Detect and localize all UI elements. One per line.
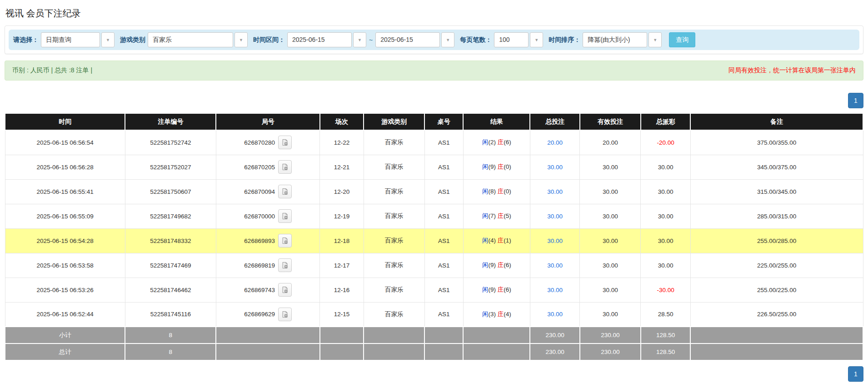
game-type-select[interactable]: 百家乐 ▼ [148, 32, 248, 47]
payout-cell: 30.00 [641, 155, 691, 179]
query-type-select[interactable]: 日期查询 ▼ [41, 32, 115, 47]
result-banker: 庄 [498, 212, 504, 219]
note-cell: 226.50/255.00 [690, 302, 863, 327]
video-icon [281, 212, 289, 220]
game-type-value[interactable]: 百家乐 [148, 32, 233, 47]
video-record-button[interactable] [278, 185, 292, 198]
chevron-down-icon[interactable]: ▼ [441, 32, 454, 47]
video-record-button[interactable] [278, 234, 292, 248]
result-cell: 闲(2) 庄(6) [463, 130, 530, 155]
round-id: 626869819 [244, 262, 275, 269]
result-player-score: (8) [488, 188, 497, 195]
result-banker-score: (0) [504, 188, 511, 195]
footer-count-cell: 8 [125, 344, 216, 360]
chevron-down-icon[interactable]: ▼ [530, 32, 543, 47]
table-row[interactable]: 2025-06-15 06:53:58522581747469626869819… [5, 253, 863, 278]
round-id-cell: 626869893 [216, 228, 319, 253]
table-row[interactable]: 2025-06-15 06:55:09522581749682626870000… [5, 204, 863, 228]
per-page-select[interactable]: 100 ▼ [494, 32, 543, 47]
result-banker: 庄 [498, 163, 504, 170]
total-bet-link[interactable]: 30.00 [530, 204, 580, 228]
payout-cell: -30.00 [641, 278, 691, 302]
session-cell: 12-20 [320, 179, 364, 204]
column-header: 总派彩 [641, 113, 691, 130]
result-player-score: (9) [488, 286, 497, 293]
table-number-cell: AS1 [424, 155, 463, 179]
result-banker-score: (6) [504, 286, 511, 293]
page-button-1[interactable]: 1 [848, 93, 863, 108]
column-header: 局号 [216, 113, 319, 130]
total-bet-link[interactable]: 20.00 [530, 130, 580, 155]
total-bet-link[interactable]: 30.00 [530, 155, 580, 179]
date-range-label: 时间区间： [253, 36, 285, 44]
valid-bet-cell: 30.00 [580, 302, 641, 327]
payout-cell: 28.50 [641, 302, 691, 327]
page-button-1[interactable]: 1 [848, 366, 863, 382]
round-id: 626870205 [244, 164, 275, 171]
chevron-down-icon[interactable]: ▼ [353, 32, 366, 47]
table-number-cell: AS1 [424, 302, 463, 327]
table-row[interactable]: 2025-06-15 06:53:26522581746462626869743… [5, 278, 863, 302]
valid-bet-cell: 30.00 [580, 253, 641, 278]
total-bet-link[interactable]: 30.00 [530, 179, 580, 204]
column-header: 备注 [690, 113, 863, 130]
round-id: 626870094 [244, 188, 275, 195]
table-row[interactable]: 2025-06-15 06:54:28522581748332626869893… [5, 228, 863, 253]
video-record-button[interactable] [278, 209, 292, 223]
time-cell: 2025-06-15 06:53:26 [5, 278, 125, 302]
valid-bet-notice: 同局有效投注，统一计算在该局第一张注单内 [728, 66, 856, 75]
table-row[interactable]: 2025-06-15 06:52:44522581745116626869629… [5, 302, 863, 327]
total-bet-link[interactable]: 30.00 [530, 278, 580, 302]
result-player-score: (3) [488, 311, 497, 318]
video-icon [281, 286, 289, 293]
footer-empty-cell [364, 327, 424, 344]
result-banker: 庄 [498, 286, 504, 293]
chevron-down-icon[interactable]: ▼ [234, 32, 248, 47]
bet-id-cell: 522581750607 [125, 179, 216, 204]
video-record-button[interactable] [278, 258, 292, 272]
footer-payout-cell: 128.50 [641, 327, 691, 344]
payout-cell: 30.00 [641, 179, 691, 204]
valid-bet-cell: 20.00 [580, 130, 641, 155]
total-bet-link[interactable]: 30.00 [530, 228, 580, 253]
round-id-cell: 626869819 [216, 253, 319, 278]
table-row[interactable]: 2025-06-15 06:55:41522581750607626870094… [5, 179, 863, 204]
video-icon [281, 237, 289, 244]
date-to-value[interactable]: 2025-06-15 [375, 32, 440, 47]
total-bet-link[interactable]: 30.00 [530, 253, 580, 278]
time-sort-value[interactable]: 降冪(由大到小) [583, 32, 647, 47]
column-header: 有效投注 [580, 113, 641, 130]
round-id: 626869743 [244, 287, 275, 293]
video-record-button[interactable] [278, 136, 292, 149]
date-to-select[interactable]: 2025-06-15 ▼ [375, 32, 454, 47]
time-sort-select[interactable]: 降冪(由大到小) ▼ [583, 32, 662, 47]
query-type-label: 请选择： [13, 36, 39, 44]
result-player: 闲 [482, 262, 489, 268]
table-row[interactable]: 2025-06-15 06:56:28522581752027626870205… [5, 155, 863, 179]
game-type-cell: 百家乐 [364, 228, 424, 253]
date-from-select[interactable]: 2025-06-15 ▼ [287, 32, 366, 47]
video-record-button[interactable] [278, 160, 292, 174]
video-record-button[interactable] [278, 308, 292, 321]
footer-valid-bet-cell: 230.00 [580, 327, 641, 344]
chevron-down-icon[interactable]: ▼ [101, 32, 115, 47]
video-icon [281, 163, 289, 171]
table-number-cell: AS1 [424, 278, 463, 302]
payout-cell: -20.00 [641, 130, 691, 155]
column-header: 总投注 [530, 113, 580, 130]
video-record-button[interactable] [278, 283, 292, 297]
table-row[interactable]: 2025-06-15 06:56:54522581752742626870280… [5, 130, 863, 155]
query-type-value[interactable]: 日期查询 [41, 32, 100, 47]
session-cell: 12-22 [320, 130, 364, 155]
filter-bar: 请选择： 日期查询 ▼ 游戏类别 百家乐 ▼ 时间区间： 2025-06-15 … [9, 30, 859, 50]
per-page-value[interactable]: 100 [494, 32, 529, 47]
footer-empty-cell [463, 344, 530, 360]
chevron-down-icon[interactable]: ▼ [649, 32, 662, 47]
date-from-value[interactable]: 2025-06-15 [287, 32, 352, 47]
search-button[interactable]: 查询 [669, 32, 695, 47]
note-cell: 225.00/255.00 [690, 253, 863, 278]
total-bet-link[interactable]: 30.00 [530, 302, 580, 327]
bet-id-cell: 522581752027 [125, 155, 216, 179]
payout-cell: 30.00 [641, 253, 691, 278]
game-type-cell: 百家乐 [364, 130, 424, 155]
